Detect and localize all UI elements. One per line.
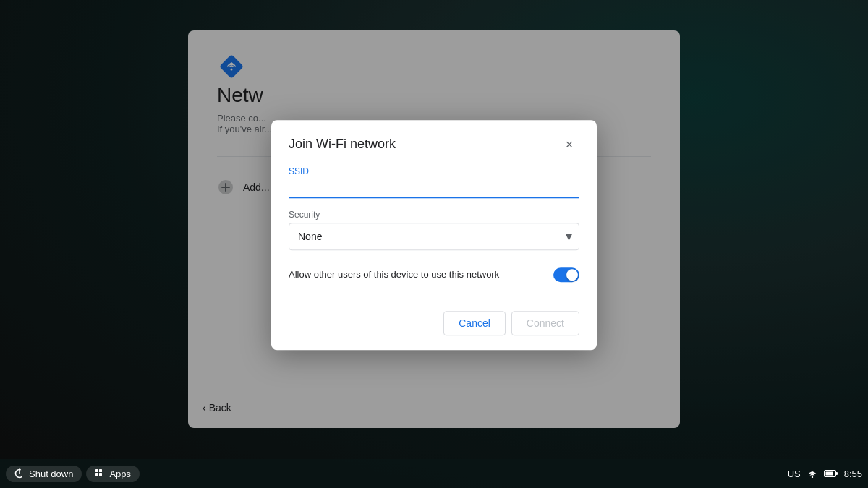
dialog-footer: Cancel Connect [271,299,597,350]
svg-rect-6 [99,469,102,472]
toggle-label: Allow other users of this device to use … [289,269,499,280]
dialog-title: Join Wi-Fi network [289,137,396,152]
taskbar: Shut down Apps US 8:55 [0,459,868,488]
dialog-header: Join Wi-Fi network × [271,120,597,166]
join-wifi-dialog: Join Wi-Fi network × SSID Security None … [271,120,597,350]
security-label: Security [289,210,579,220]
svg-rect-12 [835,472,838,475]
allow-users-toggle[interactable] [553,267,579,282]
wifi-status-icon [807,469,818,478]
cancel-button[interactable]: Cancel [443,311,506,335]
svg-rect-7 [95,473,98,476]
battery-status-icon [824,469,838,478]
svg-rect-8 [99,473,102,476]
connect-button[interactable]: Connect [511,311,579,335]
security-select-wrapper: None WEP WPA/WPA2 Personal WPA/WPA2 Ente… [289,223,579,250]
taskbar-right: US 8:55 [788,468,862,479]
apps-label: Apps [109,468,131,479]
allow-users-toggle-row: Allow other users of this device to use … [289,262,579,288]
ssid-label: SSID [289,166,579,176]
shutdown-button[interactable]: Shut down [6,466,82,482]
time-display: 8:55 [844,468,862,479]
shutdown-label: Shut down [29,468,73,479]
svg-rect-11 [825,472,833,476]
power-icon [14,468,25,479]
region-label: US [788,468,801,479]
taskbar-left: Shut down Apps [6,466,140,482]
svg-rect-5 [95,469,98,472]
dialog-body: SSID Security None WEP WPA/WPA2 Personal… [271,166,597,299]
close-button[interactable]: × [559,134,579,155]
security-select[interactable]: None WEP WPA/WPA2 Personal WPA/WPA2 Ente… [289,223,579,250]
apps-grid-icon [95,468,105,479]
svg-point-9 [811,476,812,478]
apps-button[interactable]: Apps [86,466,140,482]
ssid-input[interactable] [289,179,579,198]
